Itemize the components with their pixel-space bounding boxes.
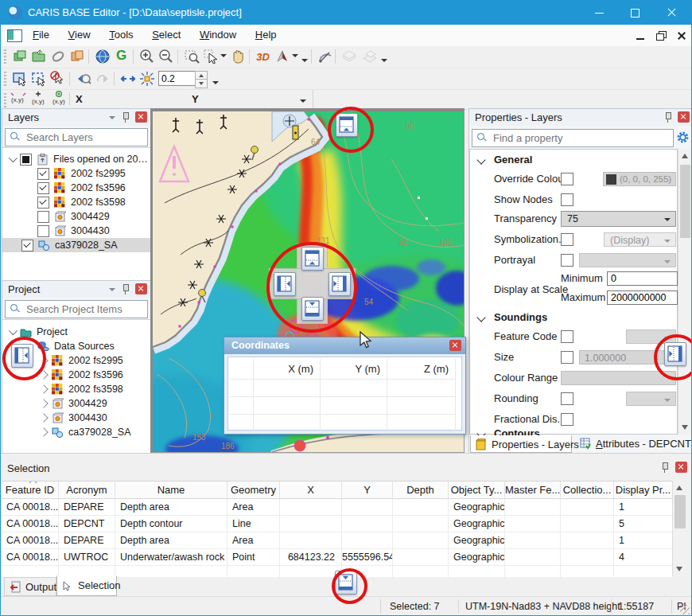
copy-layers-icon[interactable] xyxy=(68,48,86,65)
visibility-checkbox[interactable] xyxy=(37,182,49,194)
toolbar-grip[interactable] xyxy=(4,49,6,64)
expand-icon[interactable] xyxy=(39,384,48,393)
visibility-checkbox[interactable] xyxy=(37,168,49,180)
3d-view-icon[interactable]: 3D xyxy=(254,48,272,65)
portrayal-checkbox[interactable] xyxy=(561,254,573,267)
column-header[interactable]: Acronym xyxy=(59,481,115,499)
coordinates-close-icon[interactable] xyxy=(449,340,461,351)
mdi-close-button[interactable] xyxy=(674,29,690,42)
visibility-checkbox[interactable] xyxy=(37,211,49,223)
expand-icon[interactable] xyxy=(39,413,48,422)
zoom-previous-icon[interactable] xyxy=(74,70,92,88)
tolerance-input[interactable] xyxy=(158,71,196,86)
layer-item[interactable]: 3004429 xyxy=(2,209,150,224)
new-layer-icon[interactable] xyxy=(10,48,29,65)
properties-pin-icon[interactable] xyxy=(664,112,672,123)
layer-item[interactable]: 2002 fs3598 xyxy=(2,195,150,209)
expand-icon[interactable] xyxy=(9,154,17,162)
column-header[interactable]: Display Pr... xyxy=(614,481,673,499)
layer-item[interactable]: 2002 fs3596 xyxy=(2,181,150,195)
menu-file[interactable]: File xyxy=(25,25,57,45)
layer-item[interactable]: 2002 fs2995 xyxy=(2,166,150,181)
transparency-dropdown[interactable]: 75 xyxy=(561,211,676,227)
layer-item[interactable]: ca379028_SA xyxy=(2,238,150,252)
column-header[interactable]: Name xyxy=(115,481,227,499)
layers-pin-icon[interactable] xyxy=(122,112,130,123)
layers-search-input[interactable] xyxy=(25,130,146,145)
section-general[interactable]: General xyxy=(494,154,532,166)
column-header[interactable]: Object Ty... xyxy=(449,481,505,499)
zoom-out-icon[interactable] xyxy=(157,48,175,65)
xy-target-icon[interactable]: (x,y) xyxy=(50,91,68,108)
visibility-checkbox[interactable] xyxy=(37,225,49,237)
attach-icon[interactable] xyxy=(49,48,67,65)
pan-hand-icon[interactable] xyxy=(228,48,247,65)
menu-view[interactable]: View xyxy=(60,25,99,45)
column-header[interactable]: Feature ID xyxy=(2,481,59,499)
menu-help[interactable]: Help xyxy=(247,25,285,45)
select-by-rect-icon[interactable] xyxy=(10,70,29,88)
visibility-checkbox[interactable] xyxy=(37,197,49,209)
table-row[interactable]: CA 00018...DEPAREDepth areaAreaGeographi… xyxy=(2,499,674,516)
fractional-checkbox[interactable] xyxy=(561,413,573,426)
properties-scrollbar[interactable] xyxy=(678,149,692,435)
layer-item[interactable]: Files opened on 201... xyxy=(2,152,150,166)
general-collapse-icon[interactable] xyxy=(476,155,485,164)
tolerance-spin-down[interactable] xyxy=(195,79,208,88)
column-header[interactable]: X xyxy=(280,481,342,499)
menu-window[interactable]: Window xyxy=(192,25,244,45)
clear-selection-icon[interactable] xyxy=(49,70,67,88)
visibility-checkbox[interactable] xyxy=(21,240,33,251)
measure-icon[interactable] xyxy=(316,48,334,65)
toolbar1b-overflow[interactable] xyxy=(381,59,387,62)
override-colour-checkbox[interactable] xyxy=(561,173,573,185)
column-header[interactable]: Y xyxy=(342,481,393,499)
expand-icon[interactable] xyxy=(9,326,17,335)
project-item[interactable]: 3004429 xyxy=(2,396,150,411)
selection-pin-icon[interactable] xyxy=(661,462,669,473)
properties-close-icon[interactable] xyxy=(678,111,690,123)
tab-selection[interactable]: Selection xyxy=(56,575,117,596)
project-menu-icon[interactable] xyxy=(109,288,115,291)
tab-output[interactable]: Output xyxy=(4,577,56,596)
select-tool-icon[interactable] xyxy=(201,48,220,65)
project-item[interactable]: ca379028_SA xyxy=(2,425,150,439)
zoom-in-icon[interactable] xyxy=(138,48,156,65)
select-tool-dropdown[interactable] xyxy=(220,54,227,57)
table-row[interactable]: CA 00018...DEPAREDepth areaAreaGeographi… xyxy=(2,532,674,549)
selection-scrollbar[interactable] xyxy=(672,481,687,576)
selection-close-icon[interactable] xyxy=(675,462,687,473)
project-search-input[interactable] xyxy=(25,302,146,317)
snap-tolerance-icon[interactable] xyxy=(138,70,156,88)
visibility-checkbox[interactable] xyxy=(20,154,32,166)
tab-properties-layers[interactable]: Properties - Layers xyxy=(470,435,572,453)
property-search-input[interactable] xyxy=(492,131,671,146)
column-header[interactable]: Geometry xyxy=(227,481,280,499)
mdi-restore-button[interactable] xyxy=(653,29,669,42)
column-header[interactable]: Depth xyxy=(393,481,449,499)
toolbar2-overflow[interactable] xyxy=(212,81,219,84)
layers-close-icon[interactable] xyxy=(135,111,147,123)
project-item[interactable]: 3004430 xyxy=(2,411,150,425)
show-nodes-checkbox[interactable] xyxy=(561,193,573,206)
column-header[interactable]: Master Fe... xyxy=(505,481,561,499)
xy-add-icon[interactable]: (x,y) xyxy=(29,91,48,108)
open-icon[interactable] xyxy=(29,48,48,65)
toolbar1-overflow[interactable] xyxy=(301,59,308,62)
soundings-collapse-icon[interactable] xyxy=(476,313,485,322)
section-soundings[interactable]: Soundings xyxy=(494,311,547,323)
layer-item[interactable]: 3004430 xyxy=(2,224,150,238)
coordinates-window[interactable]: Coordinates X (m)Y (m)Z (m) xyxy=(224,337,466,435)
tab-attributes-depcnt[interactable]: Attributes - DEPCNT xyxy=(575,435,686,453)
globe-icon[interactable] xyxy=(93,48,111,65)
gear-icon[interactable] xyxy=(676,131,690,144)
maximize-button[interactable] xyxy=(617,1,653,25)
coordinates-title-bar[interactable]: Coordinates xyxy=(224,337,465,354)
resize-grip[interactable] xyxy=(680,605,690,614)
expand-icon[interactable] xyxy=(39,399,48,407)
project-close-icon[interactable] xyxy=(135,283,147,294)
select-by-lasso-icon[interactable] xyxy=(29,70,48,88)
expand-icon[interactable] xyxy=(39,427,48,436)
menu-tools[interactable]: Tools xyxy=(101,25,141,45)
fit-width-icon[interactable] xyxy=(119,70,137,88)
